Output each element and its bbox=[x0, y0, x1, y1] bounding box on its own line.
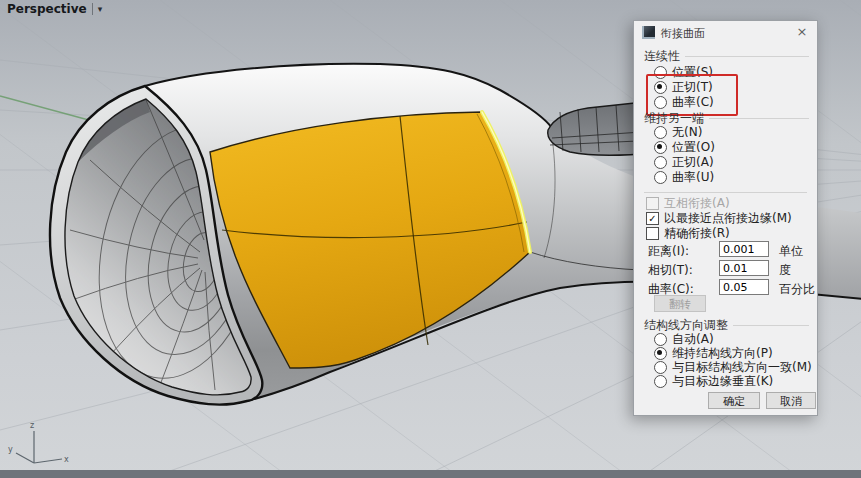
radio-icon bbox=[654, 66, 667, 79]
dialog-titlebar[interactable]: 衔接曲面 × bbox=[634, 21, 817, 45]
checkbox-icon bbox=[646, 197, 659, 210]
radio-continuity-position[interactable]: 位置(S) bbox=[654, 65, 713, 80]
axis-y-label: y bbox=[8, 445, 13, 454]
checkbox-closest-point-match[interactable]: ✓ 以最接近点衔接边缘(M) bbox=[646, 211, 792, 226]
viewport-title-menu[interactable]: Perspective ▾ bbox=[7, 2, 102, 16]
section-isocurve-direction: 结构线方向调整 bbox=[644, 318, 809, 332]
axis-z-label: z bbox=[30, 421, 34, 430]
chevron-down-icon: ▾ bbox=[98, 4, 103, 14]
section-continuity: 连续性 bbox=[644, 49, 809, 63]
axis-gizmo: z x y bbox=[8, 421, 69, 464]
checkbox-match-each-other: 互相衔接(A) bbox=[646, 196, 730, 211]
radio-icon bbox=[654, 126, 667, 139]
viewport-title: Perspective bbox=[7, 2, 87, 16]
radio-selected-icon bbox=[654, 81, 667, 94]
radio-icon bbox=[654, 375, 667, 388]
cancel-button[interactable]: 取消 bbox=[766, 392, 816, 409]
radio-icon bbox=[654, 96, 667, 109]
radio-otherend-position[interactable]: 位置(O) bbox=[654, 140, 715, 155]
radio-continuity-curvature[interactable]: 曲率(C) bbox=[654, 95, 714, 110]
separator bbox=[644, 192, 807, 193]
radio-icon bbox=[654, 333, 667, 346]
flip-button: 翻转 bbox=[654, 295, 706, 312]
radio-iso-perpendicular[interactable]: 与目标边缘垂直(K) bbox=[654, 374, 773, 389]
checkbox-checked-icon: ✓ bbox=[646, 212, 659, 225]
radio-continuity-tangent[interactable]: 正切(T) bbox=[654, 80, 713, 95]
checkbox-refine-match[interactable]: 精确衔接(R) bbox=[646, 226, 730, 241]
radio-selected-icon bbox=[654, 141, 667, 154]
radio-otherend-tangent[interactable]: 正切(A) bbox=[654, 155, 714, 170]
radio-otherend-curvature[interactable]: 曲率(U) bbox=[654, 170, 714, 185]
curvature-input[interactable] bbox=[719, 279, 769, 295]
axis-x-label: x bbox=[64, 455, 69, 464]
section-maintain-other-end: 维持另一端 bbox=[644, 111, 809, 125]
dialog-title: 衔接曲面 bbox=[661, 26, 705, 41]
close-icon[interactable]: × bbox=[794, 24, 810, 40]
rhino-viewport-window: z x y bbox=[0, 0, 861, 478]
radio-icon bbox=[654, 156, 667, 169]
window-bottom-edge bbox=[0, 470, 861, 478]
radio-icon bbox=[654, 361, 667, 374]
radio-otherend-none[interactable]: 无(N) bbox=[654, 125, 702, 140]
match-surface-icon bbox=[642, 26, 655, 39]
match-surface-dialog: 衔接曲面 × 连续性 位置(S) 正切(T) 曲率(C) 维持另一端 无(N) bbox=[633, 20, 818, 416]
ok-button[interactable]: 确定 bbox=[708, 392, 760, 409]
radio-icon bbox=[654, 171, 667, 184]
checkbox-icon bbox=[646, 227, 659, 240]
distance-input[interactable] bbox=[719, 241, 769, 257]
viewport-title-separator bbox=[92, 3, 93, 15]
tangent-input[interactable] bbox=[719, 260, 769, 276]
radio-selected-icon bbox=[654, 347, 667, 360]
